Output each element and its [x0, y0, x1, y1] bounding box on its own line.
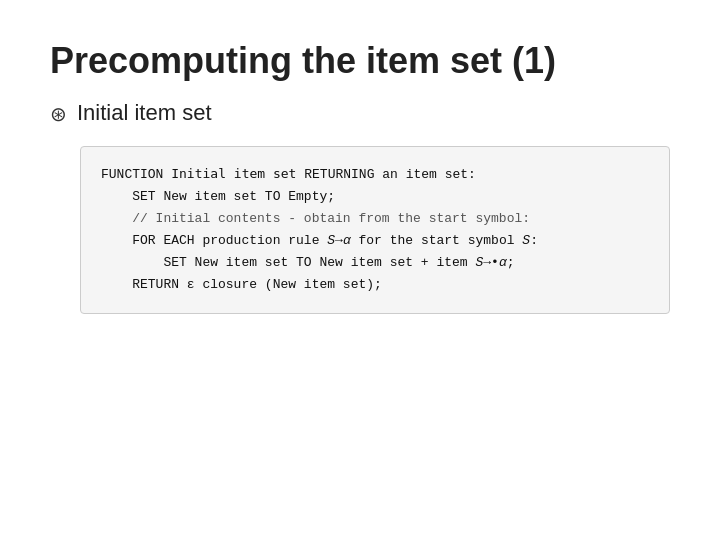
code-line-8: RETURN ε closure (New item set); — [101, 274, 649, 296]
code-line-6: SET New item set TO New item set + item … — [101, 252, 649, 274]
bullet-item: ⊛ Initial item set — [50, 100, 670, 126]
slide-title: Precomputing the item set (1) — [50, 40, 670, 82]
code-line-4: // Initial contents - obtain from the st… — [101, 208, 649, 230]
code-line-2: SET New item set TO Empty; — [101, 186, 649, 208]
bullet-icon: ⊛ — [50, 102, 67, 126]
code-line-5: FOR EACH production rule S→α for the sta… — [101, 230, 649, 252]
slide: Precomputing the item set (1) ⊛ Initial … — [0, 0, 720, 540]
bullet-text: Initial item set — [77, 100, 212, 126]
code-block: FUNCTION Initial item set RETURNING an i… — [80, 146, 670, 314]
code-line-1: FUNCTION Initial item set RETURNING an i… — [101, 163, 649, 186]
